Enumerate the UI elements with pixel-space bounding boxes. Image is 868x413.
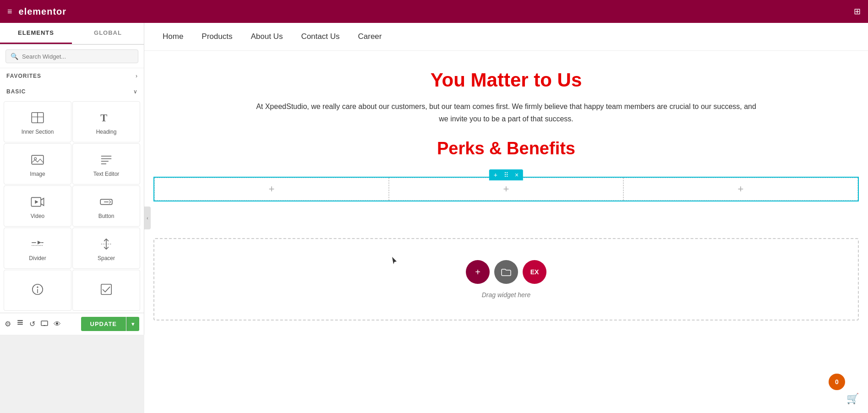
row-inner: + + +: [154, 178, 858, 201]
top-bar: ≡ elementor ⊞: [0, 0, 868, 23]
settings-icon[interactable]: ⚙: [5, 320, 11, 328]
nav-products[interactable]: Products: [202, 32, 232, 41]
hero-title: You Matter to Us: [153, 69, 859, 91]
notification-badge[interactable]: 0: [829, 374, 845, 390]
drop-zone: + EX Drag widget here: [153, 238, 859, 321]
history-icon[interactable]: ↺: [29, 320, 35, 328]
svg-rect-27: [17, 320, 23, 321]
search-icon: 🔍: [11, 53, 18, 60]
svg-point-6: [34, 158, 37, 160]
nav-home[interactable]: Home: [163, 32, 183, 41]
svg-point-22: [37, 287, 38, 288]
bottom-toolbar: ⚙ ↺ 👁 UPDATE ▾: [0, 313, 144, 335]
svg-rect-29: [44, 325, 45, 326]
widget-button[interactable]: Button: [72, 185, 140, 227]
drop-zone-buttons: + EX: [466, 260, 546, 284]
cart-icon[interactable]: 🛒: [846, 393, 859, 405]
row-col-2[interactable]: +: [389, 178, 623, 201]
drop-add-button[interactable]: +: [466, 260, 490, 284]
panel-collapse-handle[interactable]: ‹: [144, 206, 151, 229]
row-col-1[interactable]: +: [154, 178, 389, 201]
widget-divider[interactable]: Divider: [4, 228, 71, 269]
image-icon: [30, 152, 45, 167]
update-dropdown-button[interactable]: ▾: [126, 317, 139, 331]
basic-arrow: ∨: [133, 88, 137, 95]
svg-marker-16: [38, 241, 41, 245]
tab-global[interactable]: GLOBAL: [72, 23, 144, 44]
svg-rect-25: [17, 322, 23, 323]
drop-zone-label: Drag widget here: [482, 291, 531, 299]
site-nav: Home Products About Us Contact Us Career: [144, 23, 868, 51]
widget-video[interactable]: Video: [4, 185, 71, 227]
row-controls: + ⠿ ×: [489, 169, 523, 180]
nav-career[interactable]: Career: [358, 32, 382, 41]
nav-contact[interactable]: Contact Us: [301, 32, 339, 41]
svg-text:T: T: [100, 112, 107, 124]
widget-extra-1[interactable]: [4, 270, 71, 311]
widget-label-heading: Heading: [96, 129, 117, 135]
widget-spacer[interactable]: Spacer: [72, 228, 140, 269]
layers-icon[interactable]: [16, 320, 24, 329]
left-panel: ELEMENTS GLOBAL 🔍 FAVORITES › BASIC ∨: [0, 23, 144, 335]
widget-heading[interactable]: T Heading: [72, 101, 140, 142]
widget-extra-2[interactable]: [72, 270, 140, 311]
widget-label-text-editor: Text Editor: [93, 171, 120, 177]
responsive-icon[interactable]: [41, 320, 48, 329]
text-editor-icon: [99, 152, 114, 167]
widget-label-spacer: Spacer: [98, 255, 115, 261]
update-button[interactable]: UPDATE: [81, 317, 126, 331]
widget-extra-1-icon: [30, 282, 45, 297]
widget-label-divider: Divider: [29, 255, 46, 261]
widget-inner-section[interactable]: Inner Section: [4, 101, 71, 142]
widget-label-button: Button: [98, 213, 115, 219]
divider-icon: [30, 237, 45, 251]
widget-label-image: Image: [30, 171, 45, 177]
canvas-content: Home Products About Us Contact Us Career…: [144, 23, 868, 413]
search-input[interactable]: [22, 53, 133, 60]
inner-section-icon: [30, 110, 45, 125]
perks-title: Perks & Benefits: [153, 139, 859, 158]
svg-rect-26: [17, 324, 23, 325]
row-delete-btn[interactable]: ×: [513, 170, 520, 179]
widget-extra-2-icon: [99, 282, 114, 297]
widget-image[interactable]: Image: [4, 143, 71, 185]
elementor-logo: elementor: [19, 6, 67, 17]
add-col-2-btn[interactable]: +: [503, 183, 509, 195]
drop-folder-button[interactable]: [494, 260, 518, 284]
eye-icon[interactable]: 👁: [54, 320, 61, 328]
ex-label: EX: [530, 268, 539, 276]
canvas-area: Home Products About Us Contact Us Career…: [144, 23, 868, 413]
hero-description: At XpeedStudio, we really care about our…: [254, 100, 758, 125]
spacer-icon: [99, 237, 114, 251]
svg-rect-28: [41, 321, 48, 326]
hamburger-icon[interactable]: ≡: [7, 7, 12, 16]
drop-ex-button[interactable]: EX: [523, 260, 546, 284]
favorites-arrow: ›: [136, 73, 137, 79]
basic-label: BASIC: [6, 88, 26, 95]
grid-icon[interactable]: ⊞: [854, 6, 861, 16]
nav-about[interactable]: About Us: [251, 32, 283, 41]
svg-rect-5: [32, 155, 44, 164]
search-box: 🔍: [0, 45, 144, 68]
video-icon: [30, 195, 45, 209]
row-col-3[interactable]: +: [623, 178, 858, 201]
favorites-label: FAVORITES: [6, 73, 41, 79]
favorites-section-header[interactable]: FAVORITES ›: [0, 68, 144, 84]
hero-section: You Matter to Us At XpeedStudio, we real…: [144, 51, 868, 177]
folder-icon: [501, 267, 511, 277]
row-move-btn[interactable]: ⠿: [502, 170, 510, 179]
heading-icon: T: [99, 110, 114, 125]
widget-text-editor[interactable]: Text Editor: [72, 143, 140, 185]
add-col-1-btn[interactable]: +: [269, 183, 275, 195]
basic-section-header[interactable]: BASIC ∨: [0, 84, 144, 99]
row-add-btn[interactable]: +: [492, 170, 499, 179]
tab-elements[interactable]: ELEMENTS: [0, 23, 72, 44]
widget-label-inner-section: Inner Section: [22, 129, 54, 135]
svg-marker-12: [35, 200, 38, 204]
widget-grid: Inner Section T Heading Image: [0, 99, 144, 313]
panel-tabs: ELEMENTS GLOBAL: [0, 23, 144, 45]
selected-row: + ⠿ × + + +: [153, 177, 859, 201]
widget-label-video: Video: [31, 213, 44, 219]
add-col-3-btn[interactable]: +: [738, 183, 744, 195]
button-icon: [99, 195, 114, 209]
